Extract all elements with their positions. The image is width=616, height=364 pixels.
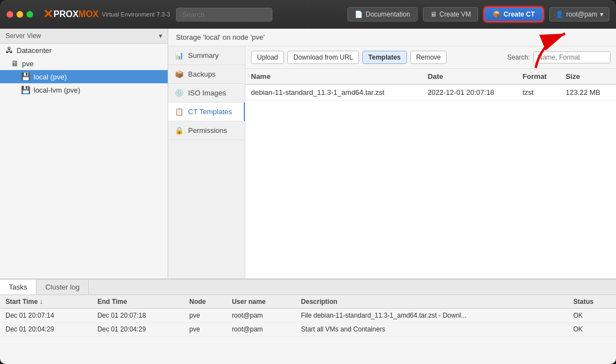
datacenter-icon: 🖧 xyxy=(6,46,13,55)
table-row[interactable]: debian-11-standard_11.3-1_amd64.tar.zst … xyxy=(245,84,616,100)
iso-icon: 💿 xyxy=(175,89,184,97)
table-row[interactable]: Dec 01 20:04:29 Dec 01 20:04:29 pve root… xyxy=(0,323,616,336)
download-url-button[interactable]: Download from URL xyxy=(287,51,359,64)
pve-icon: 🖥 xyxy=(11,59,19,68)
tasks-table: Start Time ↓ End Time Node User name Des… xyxy=(0,295,616,336)
tasks-col-node: Node xyxy=(184,295,226,309)
content-panel: Storage 'local' on node 'pve' 📊 Summary … xyxy=(168,29,616,279)
cell-status: OK xyxy=(568,323,616,336)
bottom-tabs: Tasks Cluster log xyxy=(0,280,616,295)
maximize-button[interactable] xyxy=(26,11,33,18)
col-name: Name xyxy=(245,69,422,84)
bottom-panel: Tasks Cluster log Start Time ↓ End Time … xyxy=(0,279,616,364)
cell-date: 2022-12-01 20:07:18 xyxy=(422,84,517,100)
local-lvm-icon: 💾 xyxy=(21,85,30,94)
nav-tabs-vertical: 📊 Summary 📦 Backups 💿 ISO Images 📋 CT Te… xyxy=(168,46,245,279)
close-button[interactable] xyxy=(7,11,13,18)
local-label: local (pve) xyxy=(34,73,67,81)
cell-node: pve xyxy=(184,323,226,336)
logo-prox: PROX xyxy=(53,9,78,19)
create-vm-button[interactable]: 🖥 Create VM xyxy=(423,7,478,22)
create-ct-button[interactable]: 📦 Create CT xyxy=(484,7,544,22)
content-toolbar: Upload Download from URL Templates Remov… xyxy=(245,46,616,69)
cell-description: File debian-11-standard_11.3-1_amd64.tar… xyxy=(296,309,568,323)
minimize-button[interactable] xyxy=(17,11,23,18)
cell-size: 123.22 MB xyxy=(560,84,616,100)
tab-ct-templates[interactable]: 📋 CT Templates xyxy=(168,103,245,121)
titlebar: ✕ PROXMOX Virtual Environment 7.3-3 📄 Do… xyxy=(0,0,616,29)
col-date: Date xyxy=(422,69,517,84)
summary-icon: 📊 xyxy=(175,51,184,60)
col-format: Format xyxy=(517,69,560,84)
cell-start: Dec 01 20:07:14 xyxy=(0,309,92,323)
tasks-col-end: End Time xyxy=(92,295,184,309)
tasks-table-container: Start Time ↓ End Time Node User name Des… xyxy=(0,295,616,364)
cell-user: root@pam xyxy=(226,309,295,323)
traffic-lights xyxy=(7,11,33,18)
chevron-down-icon: ▾ xyxy=(600,10,603,18)
local-icon: 💾 xyxy=(21,72,30,81)
vm-icon: 🖥 xyxy=(430,10,437,18)
col-size: Size xyxy=(560,69,616,84)
sidebar-item-local[interactable]: 💾 local (pve) xyxy=(0,70,168,83)
backups-icon: 📦 xyxy=(175,70,184,78)
cell-description: Start all VMs and Containers xyxy=(296,323,568,336)
tasks-col-status: Status xyxy=(568,295,616,309)
local-lvm-label: local-lvm (pve) xyxy=(34,86,81,94)
content-search-input[interactable] xyxy=(533,51,610,63)
search-label: Search: xyxy=(507,53,530,61)
pve-label: pve xyxy=(22,60,34,68)
upload-button[interactable]: Upload xyxy=(251,51,284,64)
cell-status: OK xyxy=(568,309,616,323)
cell-name: debian-11-standard_11.3-1_amd64.tar.zst xyxy=(245,84,422,100)
sidebar-header: Server View ▾ xyxy=(0,29,168,44)
tab-iso-images[interactable]: 💿 ISO Images xyxy=(168,84,245,103)
tasks-col-user: User name xyxy=(226,295,295,309)
remove-button[interactable]: Remove xyxy=(410,51,447,64)
global-search-input[interactable] xyxy=(176,8,272,22)
templates-button[interactable]: Templates xyxy=(362,51,406,64)
file-table: Name Date Format Size debian-11-standard… xyxy=(245,69,616,100)
tab-backups[interactable]: 📦 Backups xyxy=(168,65,245,84)
doc-icon: 📄 xyxy=(355,10,363,18)
proxmox-logo: ✕ PROXMOX Virtual Environment 7.3-3 xyxy=(43,7,170,22)
sidebar: Server View ▾ 🖧 Datacenter 🖥 pve 💾 local… xyxy=(0,29,168,279)
cell-start: Dec 01 20:04:29 xyxy=(0,323,92,336)
side-nav: 📊 Summary 📦 Backups 💿 ISO Images 📋 CT Te… xyxy=(168,46,616,279)
cell-user: root@pam xyxy=(226,323,295,336)
content-header: Storage 'local' on node 'pve' xyxy=(168,29,616,46)
logo-mox: MOX xyxy=(78,9,98,19)
version-label: Virtual Environment 7.3-3 xyxy=(102,11,170,18)
sidebar-collapse-icon[interactable]: ▾ xyxy=(159,32,162,40)
logo-x-icon: ✕ xyxy=(43,7,53,22)
table-row[interactable]: Dec 01 20:07:14 Dec 01 20:07:18 pve root… xyxy=(0,309,616,323)
tab-content-area: Upload Download from URL Templates Remov… xyxy=(245,46,616,279)
main-area: Server View ▾ 🖧 Datacenter 🖥 pve 💾 local… xyxy=(0,29,616,279)
server-view-label: Server View xyxy=(6,32,41,40)
cell-end: Dec 01 20:07:18 xyxy=(92,309,184,323)
cell-end: Dec 01 20:04:29 xyxy=(92,323,184,336)
sidebar-item-datacenter[interactable]: 🖧 Datacenter xyxy=(0,44,168,57)
ct-icon: 📦 xyxy=(492,10,501,18)
tab-cluster-log[interactable]: Cluster log xyxy=(36,280,89,295)
datacenter-label: Datacenter xyxy=(17,46,52,55)
user-menu[interactable]: 👤 root@pam ▾ xyxy=(549,7,609,22)
ct-templates-icon: 📋 xyxy=(175,108,184,116)
tab-tasks[interactable]: Tasks xyxy=(0,280,36,295)
cell-format: tzst xyxy=(517,84,560,100)
cell-node: pve xyxy=(184,309,226,323)
file-table-container: Name Date Format Size debian-11-standard… xyxy=(245,69,616,279)
documentation-button[interactable]: 📄 Documentation xyxy=(347,7,417,22)
user-icon: 👤 xyxy=(555,10,564,18)
tab-permissions[interactable]: 🔒 Permissions xyxy=(168,121,245,140)
permissions-icon: 🔒 xyxy=(175,126,184,135)
sidebar-item-local-lvm[interactable]: 💾 local-lvm (pve) xyxy=(0,83,168,97)
sidebar-item-pve[interactable]: 🖥 pve xyxy=(0,57,168,70)
tasks-col-desc: Description xyxy=(296,295,568,309)
tasks-col-start: Start Time ↓ xyxy=(0,295,92,309)
tab-summary[interactable]: 📊 Summary xyxy=(168,46,245,65)
